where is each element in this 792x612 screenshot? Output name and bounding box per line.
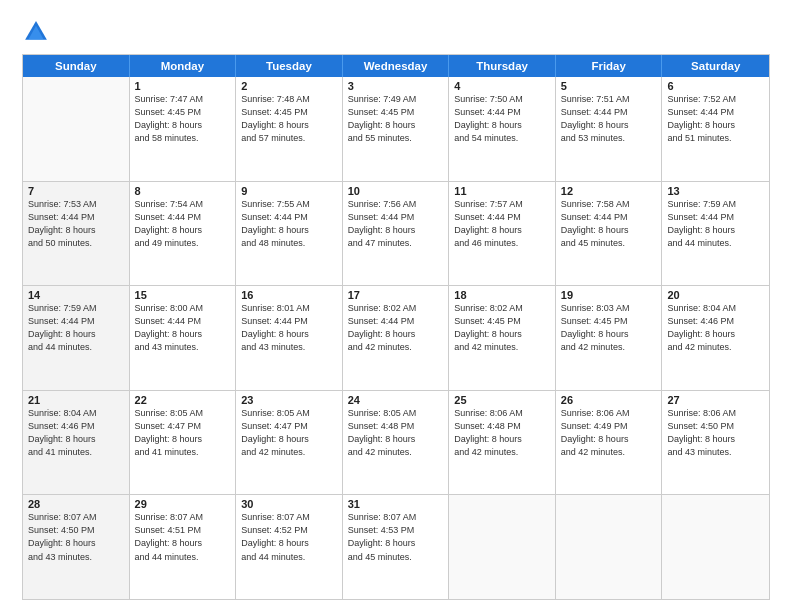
day-number: 21: [28, 394, 124, 406]
cell-info-line: and 45 minutes.: [561, 237, 657, 250]
day-number: 28: [28, 498, 124, 510]
cell-info-line: Daylight: 8 hours: [561, 433, 657, 446]
cell-info-line: Sunrise: 7:51 AM: [561, 93, 657, 106]
calendar-cell-2-6: 20Sunrise: 8:04 AMSunset: 4:46 PMDayligh…: [662, 286, 769, 390]
cell-info-line: and 44 minutes.: [667, 237, 764, 250]
calendar-cell-2-2: 16Sunrise: 8:01 AMSunset: 4:44 PMDayligh…: [236, 286, 343, 390]
cell-info-line: Sunrise: 8:01 AM: [241, 302, 337, 315]
cell-info-line: Sunrise: 8:04 AM: [667, 302, 764, 315]
cell-info-line: Daylight: 8 hours: [241, 328, 337, 341]
cell-info-line: Sunrise: 7:54 AM: [135, 198, 231, 211]
cell-info-line: Daylight: 8 hours: [348, 537, 444, 550]
cell-info-line: and 42 minutes.: [454, 341, 550, 354]
cell-info-line: Sunrise: 8:07 AM: [348, 511, 444, 524]
day-number: 15: [135, 289, 231, 301]
cell-info-line: Sunset: 4:45 PM: [241, 106, 337, 119]
day-number: 31: [348, 498, 444, 510]
cell-info-line: and 42 minutes.: [348, 446, 444, 459]
calendar-cell-1-3: 10Sunrise: 7:56 AMSunset: 4:44 PMDayligh…: [343, 182, 450, 286]
day-number: 17: [348, 289, 444, 301]
cell-info-line: Sunset: 4:46 PM: [28, 420, 124, 433]
calendar-cell-1-6: 13Sunrise: 7:59 AMSunset: 4:44 PMDayligh…: [662, 182, 769, 286]
cell-info-line: Daylight: 8 hours: [241, 537, 337, 550]
day-number: 5: [561, 80, 657, 92]
cell-info-line: Daylight: 8 hours: [348, 433, 444, 446]
calendar-cell-0-2: 2Sunrise: 7:48 AMSunset: 4:45 PMDaylight…: [236, 77, 343, 181]
cell-info-line: Daylight: 8 hours: [454, 433, 550, 446]
day-number: 24: [348, 394, 444, 406]
cell-info-line: and 44 minutes.: [28, 341, 124, 354]
cell-info-line: Sunrise: 8:02 AM: [348, 302, 444, 315]
cell-info-line: Sunset: 4:44 PM: [667, 106, 764, 119]
cell-info-line: and 43 minutes.: [28, 551, 124, 564]
header-day-tuesday: Tuesday: [236, 55, 343, 77]
cell-info-line: Sunrise: 7:58 AM: [561, 198, 657, 211]
cell-info-line: Sunrise: 8:04 AM: [28, 407, 124, 420]
calendar-cell-4-3: 31Sunrise: 8:07 AMSunset: 4:53 PMDayligh…: [343, 495, 450, 599]
cell-info-line: and 53 minutes.: [561, 132, 657, 145]
calendar-row-1: 7Sunrise: 7:53 AMSunset: 4:44 PMDaylight…: [23, 182, 769, 287]
cell-info-line: Sunset: 4:44 PM: [28, 315, 124, 328]
cell-info-line: and 55 minutes.: [348, 132, 444, 145]
cell-info-line: and 42 minutes.: [454, 446, 550, 459]
day-number: 2: [241, 80, 337, 92]
cell-info-line: and 42 minutes.: [561, 446, 657, 459]
cell-info-line: Daylight: 8 hours: [135, 224, 231, 237]
cell-info-line: Sunrise: 8:06 AM: [561, 407, 657, 420]
logo: [22, 18, 54, 46]
day-number: 16: [241, 289, 337, 301]
cell-info-line: Sunrise: 8:02 AM: [454, 302, 550, 315]
day-number: 25: [454, 394, 550, 406]
header-day-thursday: Thursday: [449, 55, 556, 77]
cell-info-line: Sunset: 4:52 PM: [241, 524, 337, 537]
calendar-cell-2-4: 18Sunrise: 8:02 AMSunset: 4:45 PMDayligh…: [449, 286, 556, 390]
cell-info-line: and 42 minutes.: [348, 341, 444, 354]
cell-info-line: Sunset: 4:44 PM: [241, 211, 337, 224]
cell-info-line: Sunrise: 7:52 AM: [667, 93, 764, 106]
cell-info-line: Sunset: 4:53 PM: [348, 524, 444, 537]
calendar-cell-3-3: 24Sunrise: 8:05 AMSunset: 4:48 PMDayligh…: [343, 391, 450, 495]
calendar-cell-3-2: 23Sunrise: 8:05 AMSunset: 4:47 PMDayligh…: [236, 391, 343, 495]
calendar-cell-3-0: 21Sunrise: 8:04 AMSunset: 4:46 PMDayligh…: [23, 391, 130, 495]
calendar-row-2: 14Sunrise: 7:59 AMSunset: 4:44 PMDayligh…: [23, 286, 769, 391]
calendar-cell-2-3: 17Sunrise: 8:02 AMSunset: 4:44 PMDayligh…: [343, 286, 450, 390]
cell-info-line: Daylight: 8 hours: [454, 119, 550, 132]
cell-info-line: Sunset: 4:51 PM: [135, 524, 231, 537]
cell-info-line: and 42 minutes.: [241, 446, 337, 459]
calendar-cell-1-5: 12Sunrise: 7:58 AMSunset: 4:44 PMDayligh…: [556, 182, 663, 286]
calendar-cell-4-2: 30Sunrise: 8:07 AMSunset: 4:52 PMDayligh…: [236, 495, 343, 599]
day-number: 4: [454, 80, 550, 92]
day-number: 9: [241, 185, 337, 197]
cell-info-line: and 48 minutes.: [241, 237, 337, 250]
calendar-cell-4-0: 28Sunrise: 8:07 AMSunset: 4:50 PMDayligh…: [23, 495, 130, 599]
cell-info-line: Sunrise: 8:03 AM: [561, 302, 657, 315]
cell-info-line: and 43 minutes.: [667, 446, 764, 459]
cell-info-line: Daylight: 8 hours: [28, 433, 124, 446]
cell-info-line: and 41 minutes.: [28, 446, 124, 459]
cell-info-line: Sunset: 4:44 PM: [241, 315, 337, 328]
calendar-cell-0-0: [23, 77, 130, 181]
calendar-cell-2-0: 14Sunrise: 7:59 AMSunset: 4:44 PMDayligh…: [23, 286, 130, 390]
cell-info-line: Sunrise: 7:49 AM: [348, 93, 444, 106]
calendar-cell-4-5: [556, 495, 663, 599]
cell-info-line: Sunrise: 8:07 AM: [241, 511, 337, 524]
calendar-cell-0-6: 6Sunrise: 7:52 AMSunset: 4:44 PMDaylight…: [662, 77, 769, 181]
cell-info-line: Daylight: 8 hours: [348, 119, 444, 132]
cell-info-line: Sunrise: 8:05 AM: [241, 407, 337, 420]
cell-info-line: Sunset: 4:45 PM: [561, 315, 657, 328]
calendar-row-4: 28Sunrise: 8:07 AMSunset: 4:50 PMDayligh…: [23, 495, 769, 599]
cell-info-line: and 50 minutes.: [28, 237, 124, 250]
cell-info-line: Daylight: 8 hours: [135, 537, 231, 550]
calendar-cell-1-1: 8Sunrise: 7:54 AMSunset: 4:44 PMDaylight…: [130, 182, 237, 286]
cell-info-line: and 47 minutes.: [348, 237, 444, 250]
cell-info-line: Sunset: 4:50 PM: [28, 524, 124, 537]
calendar-cell-3-5: 26Sunrise: 8:06 AMSunset: 4:49 PMDayligh…: [556, 391, 663, 495]
logo-icon: [22, 18, 50, 46]
day-number: 10: [348, 185, 444, 197]
day-number: 30: [241, 498, 337, 510]
cell-info-line: Daylight: 8 hours: [135, 119, 231, 132]
cell-info-line: Sunrise: 7:53 AM: [28, 198, 124, 211]
cell-info-line: Sunset: 4:45 PM: [135, 106, 231, 119]
cell-info-line: Sunrise: 7:47 AM: [135, 93, 231, 106]
cell-info-line: Sunset: 4:47 PM: [241, 420, 337, 433]
